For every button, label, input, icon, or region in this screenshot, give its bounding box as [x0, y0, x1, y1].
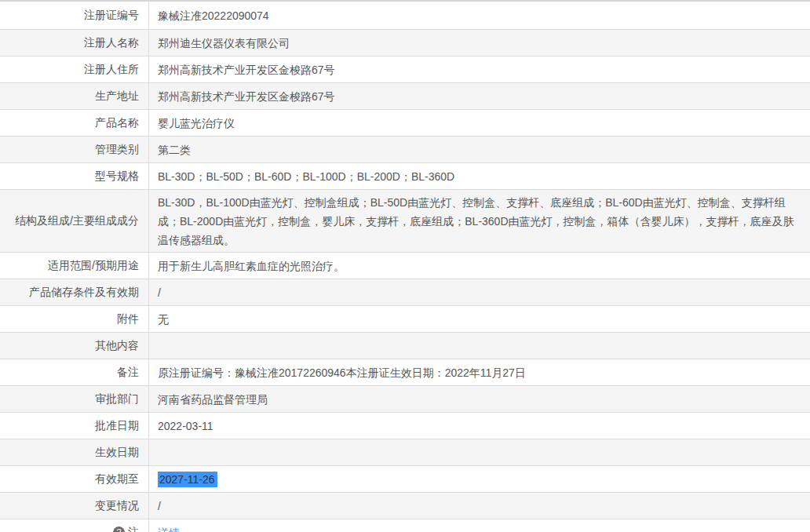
- table-row: 注册证编号豫械注准20222090074: [0, 2, 810, 30]
- row-value: 郑州高新技术产业开发区金梭路67号: [149, 56, 810, 82]
- row-label-text: 生产地址: [95, 89, 139, 104]
- details-link[interactable]: 详情: [158, 523, 180, 532]
- row-label-text: 产品储存条件及有效期: [29, 286, 139, 300]
- row-value-text: 郑州高新技术产业开发区金梭路67号: [158, 87, 335, 106]
- row-value-text: 原注册证编号：豫械注准20172260946本注册证生效日期：2022年11月2…: [158, 363, 526, 382]
- row-value: 2022-03-11: [149, 413, 810, 439]
- row-label: 产品名称: [0, 110, 149, 136]
- row-label-text: 管理类别: [95, 143, 139, 157]
- table-row: 备注原注册证编号：豫械注准20172260946本注册证生效日期：2022年11…: [0, 359, 810, 386]
- row-value-text: 河南省药品监督管理局: [158, 390, 268, 409]
- table-row: 附件无: [0, 306, 810, 333]
- row-value: BL-30D，BL-100D由蓝光灯、控制盒组成；BL-50D由蓝光灯、控制盒、…: [149, 190, 810, 252]
- table-row: 其他内容: [0, 333, 810, 359]
- row-label: 注册人住所: [0, 56, 149, 82]
- row-value: [149, 439, 810, 465]
- row-value-text: BL-30D，BL-100D由蓝光灯、控制盒组成；BL-50D由蓝光灯、控制盒、…: [158, 193, 799, 250]
- row-label-text: 审批部门: [95, 392, 139, 406]
- row-label-text: 注册证编号: [84, 9, 139, 23]
- row-value: 郑州迪生仪器仪表有限公司: [149, 30, 810, 56]
- row-label: 适用范围/预期用途: [0, 253, 149, 279]
- row-label: 附件: [0, 306, 149, 332]
- row-label-text: 注: [128, 526, 139, 532]
- row-label: 生效日期: [0, 439, 149, 465]
- registration-info-table: 注册证编号豫械注准20222090074注册人名称郑州迪生仪器仪表有限公司注册人…: [0, 2, 810, 532]
- row-label: 结构及组成/主要组成成分: [0, 190, 149, 252]
- selected-date-text: 2027-11-26: [158, 472, 217, 487]
- row-label-text: 其他内容: [95, 339, 139, 353]
- row-value-text: 2022-03-11: [158, 417, 213, 435]
- row-label: 其他内容: [0, 333, 149, 359]
- table-row: 产品名称婴儿蓝光治疗仪: [0, 110, 810, 137]
- row-value: 河南省药品监督管理局: [149, 386, 810, 412]
- table-row: 注册人名称郑州迪生仪器仪表有限公司: [0, 30, 810, 56]
- table-row: 型号规格BL-30D；BL-50D；BL-60D；BL-100D；BL-200D…: [0, 163, 810, 190]
- row-label-text: 有效期至: [95, 472, 139, 486]
- table-row: 变更情况/: [0, 493, 810, 519]
- row-label: ?注: [0, 519, 149, 532]
- row-value: /: [149, 279, 810, 305]
- row-label: 注册人名称: [0, 30, 149, 56]
- row-label-text: 批准日期: [95, 419, 139, 433]
- table-row: ?注详情: [0, 519, 810, 532]
- row-label-text: 型号规格: [95, 169, 139, 184]
- row-value-text: 婴儿蓝光治疗仪: [158, 114, 235, 133]
- row-value: 详情: [149, 519, 810, 532]
- row-label: 备注: [0, 359, 149, 385]
- row-label-text: 附件: [117, 312, 139, 326]
- row-value: 2027-11-26: [149, 466, 810, 492]
- row-value-text: 豫械注准20222090074: [158, 6, 269, 25]
- row-label-text: 生效日期: [95, 446, 139, 460]
- table-row: 有效期至2027-11-26: [0, 466, 810, 493]
- table-row: 审批部门河南省药品监督管理局: [0, 386, 810, 413]
- row-label-text: 注册人住所: [84, 63, 139, 77]
- row-label: 批准日期: [0, 413, 149, 439]
- row-value: 用于新生儿高胆红素血症的光照治疗。: [149, 253, 810, 279]
- row-label: 审批部门: [0, 386, 149, 412]
- row-value: 婴儿蓝光治疗仪: [149, 110, 810, 136]
- row-label-text: 适用范围/预期用途: [48, 259, 139, 273]
- row-value: [149, 333, 810, 359]
- table-row: 产品储存条件及有效期/: [0, 279, 810, 306]
- row-value: 第二类: [149, 137, 810, 162]
- row-label-text: 备注: [117, 366, 139, 380]
- row-value-text: 郑州迪生仪器仪表有限公司: [158, 34, 290, 53]
- row-value-text: 用于新生儿高胆红素血症的光照治疗。: [158, 257, 345, 275]
- row-label-text: 产品名称: [95, 116, 139, 130]
- row-value-text: 无: [158, 310, 169, 329]
- row-label: 管理类别: [0, 137, 149, 162]
- help-circle-icon: ?: [113, 527, 125, 532]
- row-value-text: /: [158, 497, 161, 516]
- row-label: 变更情况: [0, 493, 149, 519]
- row-label: 型号规格: [0, 163, 149, 189]
- row-value: 无: [149, 306, 810, 332]
- row-value: /: [149, 493, 810, 519]
- row-label-text: 变更情况: [95, 499, 139, 513]
- table-row: 适用范围/预期用途用于新生儿高胆红素血症的光照治疗。: [0, 253, 810, 279]
- row-label: 有效期至: [0, 466, 149, 492]
- table-row: 生产地址郑州高新技术产业开发区金梭路67号: [0, 83, 810, 110]
- row-value-text: /: [158, 283, 161, 302]
- row-label: 产品储存条件及有效期: [0, 279, 149, 305]
- table-row: 批准日期2022-03-11: [0, 413, 810, 439]
- row-label: 注册证编号: [0, 2, 149, 29]
- row-label-text: 注册人名称: [84, 36, 139, 50]
- row-value-text: 第二类: [158, 140, 191, 159]
- row-value-text: BL-30D；BL-50D；BL-60D；BL-100D；BL-200D；BL-…: [158, 167, 454, 186]
- table-row: 生效日期: [0, 439, 810, 466]
- row-label: 生产地址: [0, 83, 149, 109]
- row-value: 原注册证编号：豫械注准20172260946本注册证生效日期：2022年11月2…: [149, 359, 810, 385]
- table-row: 注册人住所郑州高新技术产业开发区金梭路67号: [0, 56, 810, 83]
- row-value: 郑州高新技术产业开发区金梭路67号: [149, 83, 810, 109]
- table-row: 结构及组成/主要组成成分BL-30D，BL-100D由蓝光灯、控制盒组成；BL-…: [0, 190, 810, 253]
- table-row: 管理类别第二类: [0, 137, 810, 163]
- row-value: BL-30D；BL-50D；BL-60D；BL-100D；BL-200D；BL-…: [149, 163, 810, 189]
- row-label-text: 结构及组成/主要组成成分: [15, 214, 139, 228]
- row-value-text: 郑州高新技术产业开发区金梭路67号: [158, 60, 335, 79]
- row-value: 豫械注准20222090074: [149, 2, 810, 29]
